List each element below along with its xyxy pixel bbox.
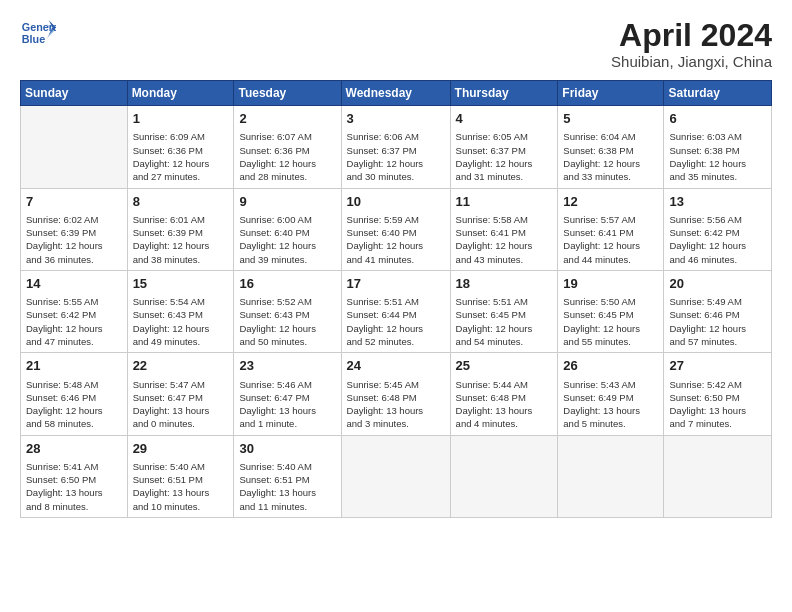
table-row: 30Sunrise: 5:40 AM Sunset: 6:51 PM Dayli… xyxy=(234,435,341,517)
table-row: 2Sunrise: 6:07 AM Sunset: 6:36 PM Daylig… xyxy=(234,106,341,188)
table-row: 15Sunrise: 5:54 AM Sunset: 6:43 PM Dayli… xyxy=(127,270,234,352)
header-monday: Monday xyxy=(127,81,234,106)
day-info: Sunrise: 6:07 AM Sunset: 6:36 PM Dayligh… xyxy=(239,130,335,183)
table-row: 4Sunrise: 6:05 AM Sunset: 6:37 PM Daylig… xyxy=(450,106,558,188)
table-row: 5Sunrise: 6:04 AM Sunset: 6:38 PM Daylig… xyxy=(558,106,664,188)
table-row xyxy=(341,435,450,517)
day-number: 4 xyxy=(456,110,553,128)
day-info: Sunrise: 6:00 AM Sunset: 6:40 PM Dayligh… xyxy=(239,213,335,266)
table-row: 12Sunrise: 5:57 AM Sunset: 6:41 PM Dayli… xyxy=(558,188,664,270)
day-number: 11 xyxy=(456,193,553,211)
table-row: 27Sunrise: 5:42 AM Sunset: 6:50 PM Dayli… xyxy=(664,353,772,435)
table-row: 22Sunrise: 5:47 AM Sunset: 6:47 PM Dayli… xyxy=(127,353,234,435)
day-info: Sunrise: 5:45 AM Sunset: 6:48 PM Dayligh… xyxy=(347,378,445,431)
calendar: Sunday Monday Tuesday Wednesday Thursday… xyxy=(20,80,772,518)
week-row-2: 7Sunrise: 6:02 AM Sunset: 6:39 PM Daylig… xyxy=(21,188,772,270)
day-info: Sunrise: 5:48 AM Sunset: 6:46 PM Dayligh… xyxy=(26,378,122,431)
day-info: Sunrise: 5:59 AM Sunset: 6:40 PM Dayligh… xyxy=(347,213,445,266)
header-saturday: Saturday xyxy=(664,81,772,106)
day-number: 19 xyxy=(563,275,658,293)
day-info: Sunrise: 5:46 AM Sunset: 6:47 PM Dayligh… xyxy=(239,378,335,431)
day-info: Sunrise: 6:02 AM Sunset: 6:39 PM Dayligh… xyxy=(26,213,122,266)
table-row: 9Sunrise: 6:00 AM Sunset: 6:40 PM Daylig… xyxy=(234,188,341,270)
table-row: 25Sunrise: 5:44 AM Sunset: 6:48 PM Dayli… xyxy=(450,353,558,435)
table-row xyxy=(664,435,772,517)
day-number: 26 xyxy=(563,357,658,375)
table-row: 14Sunrise: 5:55 AM Sunset: 6:42 PM Dayli… xyxy=(21,270,128,352)
main-title: April 2024 xyxy=(611,18,772,53)
day-info: Sunrise: 5:56 AM Sunset: 6:42 PM Dayligh… xyxy=(669,213,766,266)
weekday-header-row: Sunday Monday Tuesday Wednesday Thursday… xyxy=(21,81,772,106)
table-row: 13Sunrise: 5:56 AM Sunset: 6:42 PM Dayli… xyxy=(664,188,772,270)
week-row-5: 28Sunrise: 5:41 AM Sunset: 6:50 PM Dayli… xyxy=(21,435,772,517)
logo-icon: General Blue xyxy=(20,18,56,46)
day-info: Sunrise: 6:03 AM Sunset: 6:38 PM Dayligh… xyxy=(669,130,766,183)
table-row: 18Sunrise: 5:51 AM Sunset: 6:45 PM Dayli… xyxy=(450,270,558,352)
table-row: 11Sunrise: 5:58 AM Sunset: 6:41 PM Dayli… xyxy=(450,188,558,270)
day-number: 10 xyxy=(347,193,445,211)
day-info: Sunrise: 6:05 AM Sunset: 6:37 PM Dayligh… xyxy=(456,130,553,183)
table-row: 10Sunrise: 5:59 AM Sunset: 6:40 PM Dayli… xyxy=(341,188,450,270)
table-row: 8Sunrise: 6:01 AM Sunset: 6:39 PM Daylig… xyxy=(127,188,234,270)
header-wednesday: Wednesday xyxy=(341,81,450,106)
day-number: 22 xyxy=(133,357,229,375)
day-info: Sunrise: 5:52 AM Sunset: 6:43 PM Dayligh… xyxy=(239,295,335,348)
day-number: 15 xyxy=(133,275,229,293)
day-number: 29 xyxy=(133,440,229,458)
day-number: 5 xyxy=(563,110,658,128)
header-tuesday: Tuesday xyxy=(234,81,341,106)
table-row: 19Sunrise: 5:50 AM Sunset: 6:45 PM Dayli… xyxy=(558,270,664,352)
table-row xyxy=(558,435,664,517)
day-number: 17 xyxy=(347,275,445,293)
table-row: 21Sunrise: 5:48 AM Sunset: 6:46 PM Dayli… xyxy=(21,353,128,435)
table-row: 29Sunrise: 5:40 AM Sunset: 6:51 PM Dayli… xyxy=(127,435,234,517)
day-number: 8 xyxy=(133,193,229,211)
week-row-3: 14Sunrise: 5:55 AM Sunset: 6:42 PM Dayli… xyxy=(21,270,772,352)
day-info: Sunrise: 5:40 AM Sunset: 6:51 PM Dayligh… xyxy=(133,460,229,513)
day-number: 28 xyxy=(26,440,122,458)
day-number: 30 xyxy=(239,440,335,458)
day-info: Sunrise: 5:51 AM Sunset: 6:44 PM Dayligh… xyxy=(347,295,445,348)
day-number: 6 xyxy=(669,110,766,128)
table-row: 28Sunrise: 5:41 AM Sunset: 6:50 PM Dayli… xyxy=(21,435,128,517)
table-row: 7Sunrise: 6:02 AM Sunset: 6:39 PM Daylig… xyxy=(21,188,128,270)
day-info: Sunrise: 6:09 AM Sunset: 6:36 PM Dayligh… xyxy=(133,130,229,183)
header-thursday: Thursday xyxy=(450,81,558,106)
day-info: Sunrise: 5:43 AM Sunset: 6:49 PM Dayligh… xyxy=(563,378,658,431)
day-info: Sunrise: 5:55 AM Sunset: 6:42 PM Dayligh… xyxy=(26,295,122,348)
table-row: 24Sunrise: 5:45 AM Sunset: 6:48 PM Dayli… xyxy=(341,353,450,435)
table-row: 16Sunrise: 5:52 AM Sunset: 6:43 PM Dayli… xyxy=(234,270,341,352)
table-row: 23Sunrise: 5:46 AM Sunset: 6:47 PM Dayli… xyxy=(234,353,341,435)
day-number: 1 xyxy=(133,110,229,128)
day-number: 20 xyxy=(669,275,766,293)
day-number: 23 xyxy=(239,357,335,375)
day-number: 16 xyxy=(239,275,335,293)
day-info: Sunrise: 6:04 AM Sunset: 6:38 PM Dayligh… xyxy=(563,130,658,183)
table-row: 20Sunrise: 5:49 AM Sunset: 6:46 PM Dayli… xyxy=(664,270,772,352)
day-number: 13 xyxy=(669,193,766,211)
day-info: Sunrise: 5:41 AM Sunset: 6:50 PM Dayligh… xyxy=(26,460,122,513)
header: General Blue General Blue April 2024 Shu… xyxy=(20,18,772,70)
subtitle: Shuibian, Jiangxi, China xyxy=(611,53,772,70)
svg-text:Blue: Blue xyxy=(22,33,45,45)
week-row-4: 21Sunrise: 5:48 AM Sunset: 6:46 PM Dayli… xyxy=(21,353,772,435)
day-info: Sunrise: 5:49 AM Sunset: 6:46 PM Dayligh… xyxy=(669,295,766,348)
day-number: 9 xyxy=(239,193,335,211)
table-row xyxy=(21,106,128,188)
day-info: Sunrise: 6:06 AM Sunset: 6:37 PM Dayligh… xyxy=(347,130,445,183)
table-row: 17Sunrise: 5:51 AM Sunset: 6:44 PM Dayli… xyxy=(341,270,450,352)
day-number: 18 xyxy=(456,275,553,293)
day-info: Sunrise: 5:57 AM Sunset: 6:41 PM Dayligh… xyxy=(563,213,658,266)
table-row: 3Sunrise: 6:06 AM Sunset: 6:37 PM Daylig… xyxy=(341,106,450,188)
day-number: 21 xyxy=(26,357,122,375)
day-info: Sunrise: 5:42 AM Sunset: 6:50 PM Dayligh… xyxy=(669,378,766,431)
day-number: 12 xyxy=(563,193,658,211)
day-info: Sunrise: 5:44 AM Sunset: 6:48 PM Dayligh… xyxy=(456,378,553,431)
table-row xyxy=(450,435,558,517)
day-number: 25 xyxy=(456,357,553,375)
day-info: Sunrise: 5:50 AM Sunset: 6:45 PM Dayligh… xyxy=(563,295,658,348)
day-info: Sunrise: 5:54 AM Sunset: 6:43 PM Dayligh… xyxy=(133,295,229,348)
day-number: 2 xyxy=(239,110,335,128)
day-info: Sunrise: 5:58 AM Sunset: 6:41 PM Dayligh… xyxy=(456,213,553,266)
logo: General Blue General Blue xyxy=(20,18,56,46)
